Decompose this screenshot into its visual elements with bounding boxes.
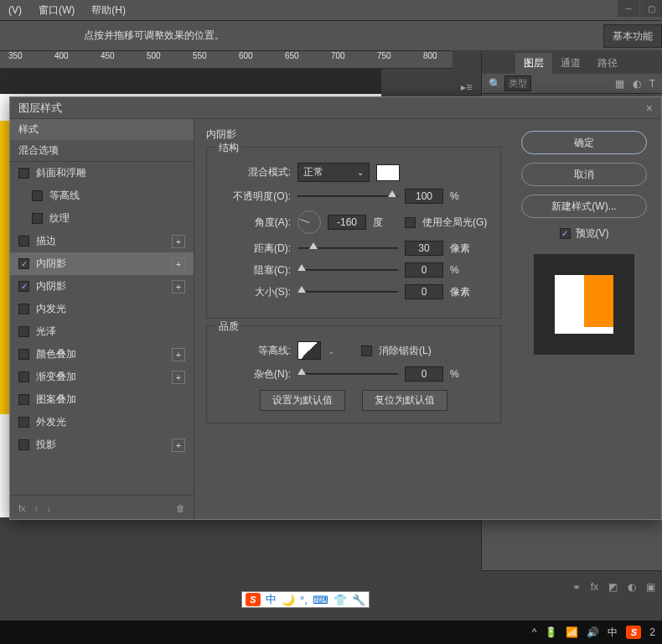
- tray-up-icon[interactable]: ^: [532, 626, 537, 638]
- size-slider[interactable]: [297, 286, 398, 298]
- style-inner-shadow-2[interactable]: 内阴影+: [10, 275, 194, 298]
- style-inner-glow[interactable]: 内发光: [10, 298, 194, 320]
- clock[interactable]: 2: [649, 626, 655, 638]
- filter-adjust-icon[interactable]: ◐: [633, 78, 641, 90]
- layer-filter-dropdown[interactable]: 类型: [504, 75, 531, 91]
- add-effect-icon[interactable]: +: [172, 280, 185, 293]
- trash-icon[interactable]: 🗑: [176, 503, 185, 513]
- ime-skin-icon[interactable]: 👕: [334, 594, 347, 606]
- quality-label: 品质: [215, 319, 242, 334]
- layers-footer: ⚭ fx ◩ ◐ ▣: [481, 570, 662, 602]
- ime-toolbar[interactable]: S 中 🌙 °, ⌨ 👕 🔧: [241, 591, 370, 608]
- panel-tabs: 图层 通道 路径: [482, 50, 662, 74]
- set-default-button[interactable]: 设置为默认值: [260, 390, 345, 411]
- styles-header[interactable]: 样式: [10, 119, 194, 140]
- antialias-label: 消除锯齿(L): [379, 344, 432, 358]
- horizontal-ruler: 350 400 450 500 550 600 650 700 750 800: [0, 50, 480, 69]
- antialias-checkbox[interactable]: [361, 345, 372, 356]
- choke-input[interactable]: 0: [405, 262, 443, 278]
- style-inner-shadow-1[interactable]: 内阴影+: [10, 252, 194, 275]
- down-arrow-icon[interactable]: ↓: [47, 503, 52, 513]
- ime-keyboard-icon[interactable]: ⌨: [313, 594, 328, 606]
- menu-window[interactable]: 窗口(W): [39, 3, 75, 18]
- contour-field-label: 等高线:: [217, 344, 291, 358]
- ok-button[interactable]: 确定: [521, 131, 647, 154]
- window-controls: ─ ▢: [617, 0, 662, 17]
- tab-channels[interactable]: 通道: [552, 53, 589, 74]
- menubar: (V) 窗口(W) 帮助(H) ─ ▢: [0, 0, 662, 20]
- tray-lang-icon[interactable]: 中: [608, 626, 618, 640]
- add-effect-icon[interactable]: +: [172, 257, 185, 271]
- add-effect-icon[interactable]: +: [172, 348, 185, 361]
- contour-picker[interactable]: [297, 341, 321, 360]
- style-pattern-overlay[interactable]: 图案叠加: [10, 388, 194, 411]
- style-stroke[interactable]: 描边+: [10, 230, 194, 252]
- menu-help[interactable]: 帮助(H): [91, 3, 126, 18]
- style-bevel[interactable]: 斜面和浮雕: [10, 162, 194, 184]
- fx-icon[interactable]: fx: [591, 581, 598, 593]
- ime-logo-icon[interactable]: S: [246, 593, 261, 606]
- style-outer-glow[interactable]: 外发光: [10, 411, 194, 434]
- opacity-input[interactable]: 100: [405, 189, 443, 204]
- choke-slider[interactable]: [297, 264, 398, 276]
- adjust-icon[interactable]: ◐: [628, 581, 636, 593]
- section-title: 内阴影: [206, 127, 501, 142]
- noise-input[interactable]: 0: [405, 366, 443, 382]
- tray-ime-icon[interactable]: S: [626, 626, 641, 639]
- filter-type-icon[interactable]: T: [649, 78, 655, 90]
- fx-menu-icon[interactable]: fx: [18, 503, 26, 513]
- add-effect-icon[interactable]: +: [172, 371, 185, 384]
- ime-lang-icon[interactable]: 中: [266, 592, 277, 607]
- preview-thumbnail: [534, 254, 634, 355]
- maximize-button[interactable]: ▢: [640, 0, 662, 17]
- ime-tool-icon[interactable]: 🔧: [352, 594, 365, 606]
- menu-v[interactable]: (V): [8, 4, 22, 16]
- up-arrow-icon[interactable]: ↑: [34, 503, 39, 513]
- noise-label: 杂色(N):: [217, 367, 291, 382]
- ime-punct-icon[interactable]: °,: [300, 594, 308, 606]
- size-input[interactable]: 0: [405, 284, 443, 299]
- tab-layers[interactable]: 图层: [515, 53, 552, 74]
- preview-checkbox[interactable]: [560, 228, 571, 239]
- structure-group: 结构 混合模式: 正常 不透明度(O): 100 % 角度(A): -160: [206, 147, 501, 319]
- noise-slider[interactable]: [297, 368, 398, 380]
- distance-slider[interactable]: [297, 242, 398, 254]
- distance-input[interactable]: 30: [405, 241, 443, 256]
- strip-icon[interactable]: ▸≡: [457, 77, 477, 97]
- style-contour[interactable]: 等高线: [10, 184, 194, 207]
- add-effect-icon[interactable]: +: [172, 235, 185, 248]
- angle-input[interactable]: -160: [328, 215, 366, 230]
- folder-icon[interactable]: ▣: [646, 581, 655, 593]
- size-label: 大小(S):: [217, 285, 291, 299]
- opacity-slider[interactable]: [297, 190, 398, 202]
- tab-paths[interactable]: 路径: [589, 53, 626, 74]
- new-style-button[interactable]: 新建样式(W)...: [521, 195, 647, 218]
- angle-dial[interactable]: [297, 210, 321, 234]
- ime-moon-icon[interactable]: 🌙: [282, 594, 295, 606]
- style-color-overlay[interactable]: 颜色叠加+: [10, 343, 194, 366]
- wifi-icon[interactable]: 📶: [566, 626, 578, 638]
- global-light-label: 使用全局光(G): [422, 216, 487, 230]
- add-effect-icon[interactable]: +: [172, 439, 185, 452]
- filter-image-icon[interactable]: ▦: [615, 78, 624, 90]
- global-light-checkbox[interactable]: [405, 217, 416, 228]
- workspace-switcher[interactable]: 基本功能: [603, 24, 662, 48]
- shadow-color-swatch[interactable]: [376, 164, 400, 181]
- style-texture[interactable]: 纹理: [10, 207, 194, 230]
- link-icon[interactable]: ⚭: [572, 581, 581, 593]
- style-drop-shadow[interactable]: 投影+: [10, 434, 194, 456]
- reset-default-button[interactable]: 复位为默认值: [362, 390, 447, 411]
- battery-icon[interactable]: 🔋: [545, 626, 557, 638]
- blend-mode-dropdown[interactable]: 正常: [297, 163, 370, 182]
- style-gradient-overlay[interactable]: 渐变叠加+: [10, 366, 194, 388]
- volume-icon[interactable]: 🔊: [587, 626, 599, 638]
- style-satin[interactable]: 光泽: [10, 320, 194, 343]
- windows-taskbar: ^ 🔋 📶 🔊 中 S 2: [0, 621, 662, 644]
- angle-label: 角度(A):: [217, 216, 291, 230]
- minimize-button[interactable]: ─: [618, 0, 639, 17]
- close-icon[interactable]: ×: [646, 101, 653, 115]
- styles-list: 样式 混合选项 斜面和浮雕 等高线 纹理 描边+ 内阴影+ 内阴影+ 内发光 光…: [10, 119, 194, 520]
- cancel-button[interactable]: 取消: [521, 163, 647, 186]
- mask-icon[interactable]: ◩: [608, 581, 618, 593]
- blend-options-header[interactable]: 混合选项: [10, 140, 194, 162]
